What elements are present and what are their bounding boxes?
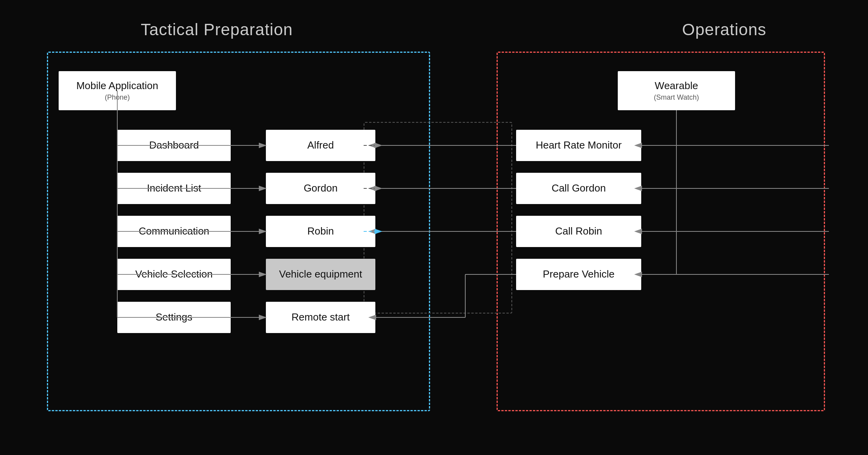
call-robin-node: Call Robin — [516, 216, 641, 247]
mobile-application-node: Mobile Application (Phone) — [59, 71, 176, 110]
heart-rate-monitor-node: Heart Rate Monitor — [516, 130, 641, 161]
prepare-vehicle-node: Prepare Vehicle — [516, 259, 641, 290]
remote-start-node: Remote start — [266, 302, 375, 333]
inner-dashed-border — [364, 122, 512, 313]
operations-title: Operations — [682, 20, 766, 39]
gordon-node: Gordon — [266, 173, 375, 204]
dashboard-node: Dashboard — [117, 130, 231, 161]
wearable-node: Wearable (Smart Watch) — [618, 71, 735, 110]
settings-node: Settings — [117, 302, 231, 333]
tactical-title: Tactical Preparation — [141, 20, 293, 39]
robin-node: Robin — [266, 216, 375, 247]
vehicle-equipment-node: Vehicle equipment — [266, 259, 375, 290]
diagram-container: Tactical Preparation Operations Mobile A… — [23, 20, 845, 435]
call-gordon-node: Call Gordon — [516, 173, 641, 204]
alfred-node: Alfred — [266, 130, 375, 161]
communication-node: Communication — [117, 216, 231, 247]
vehicle-selection-node: Vehicle Selection — [117, 259, 231, 290]
incident-list-node: Incident List — [117, 173, 231, 204]
